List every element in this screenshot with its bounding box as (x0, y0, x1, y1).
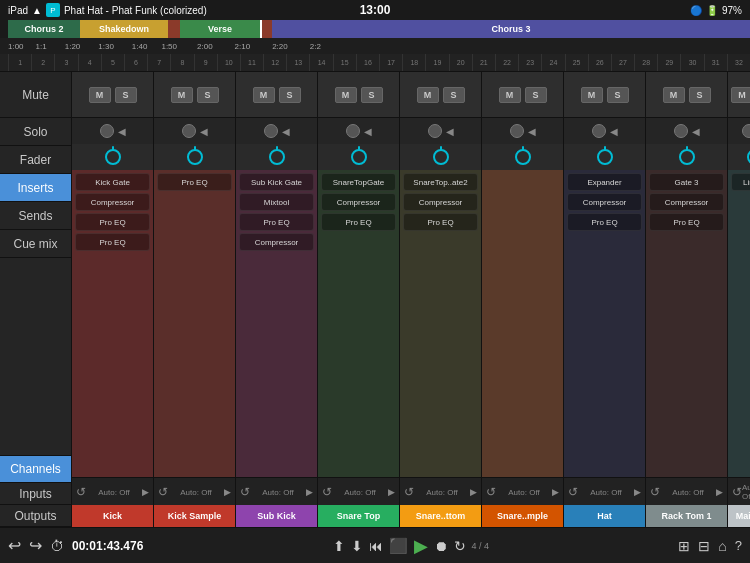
channel-name-0[interactable]: Kick (72, 505, 154, 527)
mute-btn-6[interactable]: M (581, 87, 603, 103)
auto-loop-icon-3[interactable]: ↺ (322, 485, 332, 499)
power-icon-0[interactable] (105, 149, 121, 165)
plugin-2-0[interactable]: Sub Kick Gate (239, 173, 314, 191)
plugin-4-2[interactable]: Pro EQ (403, 213, 478, 231)
segment-chorus3[interactable]: Chorus 3 (272, 20, 750, 38)
stop-button[interactable]: ⬛ (389, 537, 408, 555)
plugin-0-2[interactable]: Pro EQ (75, 213, 150, 231)
play-button[interactable]: ▶ (414, 535, 428, 557)
solo-btn-7[interactable]: S (689, 87, 711, 103)
power-icon-2[interactable] (269, 149, 285, 165)
download-button[interactable]: ⬇ (351, 538, 363, 554)
auto-play-icon-1[interactable]: ▶ (224, 487, 231, 497)
channel-name-2[interactable]: Sub Kick (236, 505, 318, 527)
plugin-4-0[interactable]: SnareTop..ate2 (403, 173, 478, 191)
record-button[interactable]: ⏺ (434, 538, 448, 554)
solo-circle-5[interactable] (510, 124, 524, 138)
sidebar-item-fader[interactable]: Fader (0, 146, 71, 174)
plugin-7-0[interactable]: Gate 3 (649, 173, 724, 191)
auto-loop-icon-8[interactable]: ↺ (732, 485, 742, 499)
solo-circle-2[interactable] (264, 124, 278, 138)
plugin-2-1[interactable]: Mixtool (239, 193, 314, 211)
plugin-3-1[interactable]: Compressor (321, 193, 396, 211)
sidebar-item-cuemix[interactable]: Cue mix (0, 230, 71, 258)
plugin-0-3[interactable]: Pro EQ (75, 233, 150, 251)
sidebar-item-sends[interactable]: Sends (0, 202, 71, 230)
undo-button[interactable]: ↩ (8, 536, 21, 555)
sidebar-item-inserts[interactable]: Inserts (0, 174, 71, 202)
mixer-button[interactable]: ⊞ (678, 538, 690, 554)
plugin-2-3[interactable]: Compressor (239, 233, 314, 251)
auto-loop-icon-0[interactable]: ↺ (76, 485, 86, 499)
plugin-2-2[interactable]: Pro EQ (239, 213, 314, 231)
segment-red1[interactable] (168, 20, 180, 38)
channel-name-6[interactable]: Hat (564, 505, 646, 527)
mute-btn-4[interactable]: M (417, 87, 439, 103)
segment-bar[interactable]: Chorus 2 Shakedown Verse Chorus 3 (0, 20, 750, 38)
power-icon-7[interactable] (679, 149, 695, 165)
auto-loop-icon-5[interactable]: ↺ (486, 485, 496, 499)
channel-name-3[interactable]: Snare Top (318, 505, 400, 527)
arrangement-area[interactable]: Chorus 2 Shakedown Verse Chorus 3 1:00 1… (0, 20, 750, 72)
plugin-4-1[interactable]: Compressor (403, 193, 478, 211)
plugin-0-1[interactable]: Compressor (75, 193, 150, 211)
solo-circle-6[interactable] (592, 124, 606, 138)
channel-name-4[interactable]: Snare..ttom (400, 505, 482, 527)
loop-button[interactable]: ↻ (454, 538, 466, 554)
auto-play-icon-5[interactable]: ▶ (552, 487, 559, 497)
auto-loop-icon-6[interactable]: ↺ (568, 485, 578, 499)
auto-play-icon-4[interactable]: ▶ (470, 487, 477, 497)
solo-btn-5[interactable]: S (525, 87, 547, 103)
solo-btn-4[interactable]: S (443, 87, 465, 103)
channel-name-5[interactable]: Snare..mple (482, 505, 564, 527)
skip-back-button[interactable]: ⏮ (369, 538, 383, 554)
channel-name-1[interactable]: Kick Sample (154, 505, 236, 527)
redo-button[interactable]: ↪ (29, 536, 42, 555)
power-icon-5[interactable] (515, 149, 531, 165)
channel-name-8[interactable]: Main Out (728, 505, 750, 527)
auto-play-icon-0[interactable]: ▶ (142, 487, 149, 497)
solo-circle-3[interactable] (346, 124, 360, 138)
auto-loop-icon-1[interactable]: ↺ (158, 485, 168, 499)
plugin-8-0[interactable]: Limiter (731, 173, 750, 191)
channel-name-7[interactable]: Rack Tom 1 (646, 505, 728, 527)
plugin-7-1[interactable]: Compressor (649, 193, 724, 211)
solo-circle-0[interactable] (100, 124, 114, 138)
mute-btn-1[interactable]: M (171, 87, 193, 103)
solo-circle-4[interactable] (428, 124, 442, 138)
sidebar-item-outputs[interactable]: Outputs (0, 505, 71, 527)
power-icon-3[interactable] (351, 149, 367, 165)
power-icon-4[interactable] (433, 149, 449, 165)
auto-play-icon-7[interactable]: ▶ (716, 487, 723, 497)
mute-btn-3[interactable]: M (335, 87, 357, 103)
auto-play-icon-3[interactable]: ▶ (388, 487, 395, 497)
mute-btn-7[interactable]: M (663, 87, 685, 103)
plugin-3-2[interactable]: Pro EQ (321, 213, 396, 231)
sidebar-item-channels[interactable]: Channels (0, 455, 71, 483)
plugin-1-0[interactable]: Pro EQ (157, 173, 232, 191)
sidebar-item-inputs[interactable]: Inputs (0, 483, 71, 505)
plugin-6-2[interactable]: Pro EQ (567, 213, 642, 231)
segment-verse[interactable]: Verse (180, 20, 260, 38)
auto-play-icon-2[interactable]: ▶ (306, 487, 313, 497)
solo-circle-7[interactable] (674, 124, 688, 138)
home-button[interactable]: ⌂ (718, 538, 726, 554)
solo-btn-2[interactable]: S (279, 87, 301, 103)
solo-btn-0[interactable]: S (115, 87, 137, 103)
mute-btn-5[interactable]: M (499, 87, 521, 103)
plugin-0-0[interactable]: Kick Gate (75, 173, 150, 191)
plugin-6-1[interactable]: Compressor (567, 193, 642, 211)
upload-button[interactable]: ⬆ (333, 538, 345, 554)
mute-btn-0[interactable]: M (89, 87, 111, 103)
power-icon-6[interactable] (597, 149, 613, 165)
grid-button[interactable]: ⊟ (698, 538, 710, 554)
sidebar-item-solo[interactable]: Solo (0, 118, 71, 146)
solo-btn-3[interactable]: S (361, 87, 383, 103)
auto-loop-icon-4[interactable]: ↺ (404, 485, 414, 499)
mute-btn-2[interactable]: M (253, 87, 275, 103)
solo-circle-1[interactable] (182, 124, 196, 138)
plugin-7-2[interactable]: Pro EQ (649, 213, 724, 231)
segment-shakedown[interactable]: Shakedown (80, 20, 168, 38)
auto-play-icon-6[interactable]: ▶ (634, 487, 641, 497)
power-icon-1[interactable] (187, 149, 203, 165)
